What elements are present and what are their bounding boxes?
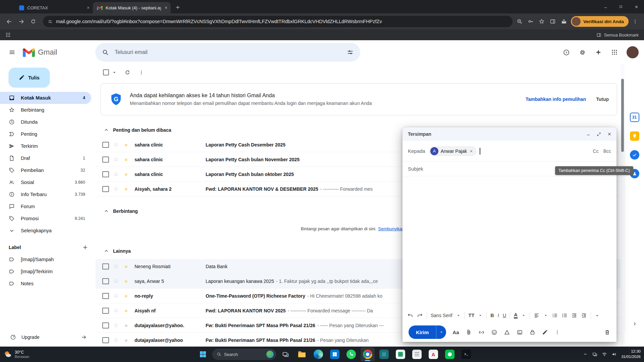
volume-icon[interactable] xyxy=(611,352,617,357)
size-caret-icon[interactable] xyxy=(478,313,483,318)
row-checkbox[interactable] xyxy=(102,186,109,192)
recipients-field[interactable]: Kepada A Anwar Pajak Cc Bcc xyxy=(402,141,616,162)
account-avatar[interactable] xyxy=(627,46,639,58)
row-star-icon[interactable]: ☆ xyxy=(112,185,120,192)
sidebar-label-notes[interactable]: Notes xyxy=(0,278,91,290)
row-star-icon[interactable]: ☆ xyxy=(112,171,120,178)
cc-link[interactable]: Cc xyxy=(593,148,599,154)
spreadsheet-app-icon[interactable] xyxy=(393,347,408,361)
upgrade-button[interactable]: Upgrade xyxy=(0,331,96,343)
terminal-icon[interactable]: >_ xyxy=(459,347,473,361)
gemini-sparkle-icon[interactable] xyxy=(591,45,606,60)
importance-marker-icon[interactable]: » xyxy=(122,171,130,177)
media-app-icon[interactable] xyxy=(377,347,391,361)
tab-coretax[interactable]: CORETAX xyxy=(15,2,93,13)
formatting-options-button[interactable]: Aa xyxy=(452,329,459,335)
acrobat-icon[interactable]: A xyxy=(426,347,440,361)
row-star-icon[interactable]: ☆ xyxy=(112,278,120,285)
compose-button[interactable]: Tulis xyxy=(9,68,50,87)
tasks-icon[interactable] xyxy=(630,150,639,160)
help-icon[interactable] xyxy=(559,45,574,60)
scrollbar-thumb[interactable] xyxy=(621,79,624,152)
row-star-icon[interactable]: ☆ xyxy=(112,322,120,329)
sidebar-item-forums[interactable]: Forum xyxy=(0,200,91,213)
undo-icon[interactable] xyxy=(407,312,413,318)
compose-header[interactable]: Tersimpan xyxy=(402,127,616,141)
apps-grid-icon[interactable] xyxy=(5,32,11,38)
tray-monitor-icon[interactable] xyxy=(592,352,597,357)
main-menu-icon[interactable] xyxy=(4,44,20,60)
send-button[interactable]: Kirim xyxy=(409,325,436,339)
bulleted-list-button[interactable] xyxy=(561,312,568,318)
collapse-chevron-icon[interactable] xyxy=(104,127,109,133)
search-input[interactable]: Telusuri email xyxy=(113,49,343,55)
panel-collapse-chevron-icon[interactable] xyxy=(632,321,637,326)
importance-marker-icon[interactable]: » xyxy=(122,142,130,148)
sidebar-item-promotions[interactable]: Promosi 9.241 xyxy=(0,213,91,225)
window-maximize-button[interactable] xyxy=(613,0,629,13)
importance-marker-icon[interactable]: » xyxy=(122,308,130,314)
more-formatting-icon[interactable] xyxy=(595,313,600,318)
tray-chevron-up-icon[interactable] xyxy=(583,352,588,357)
row-checkbox[interactable] xyxy=(102,142,109,148)
insert-link-icon[interactable] xyxy=(478,329,485,336)
insert-emoji-icon[interactable] xyxy=(491,329,497,336)
bcc-link[interactable]: Bcc xyxy=(603,148,611,154)
chrome-icon[interactable] xyxy=(361,347,375,361)
importance-marker-icon[interactable]: » xyxy=(122,293,130,299)
green-app-icon[interactable] xyxy=(443,347,457,361)
store-icon[interactable] xyxy=(328,347,342,361)
font-caret-icon[interactable] xyxy=(456,313,461,318)
align-caret-icon[interactable] xyxy=(543,313,548,318)
row-star-icon[interactable]: ☆ xyxy=(112,307,120,314)
file-explorer-icon[interactable] xyxy=(295,347,309,361)
sidebar-label-imap-terkirim[interactable]: [Imap]/Terkirim xyxy=(0,265,91,278)
importance-marker-icon[interactable]: » xyxy=(122,263,130,269)
tab-close-icon[interactable] xyxy=(164,6,168,10)
bookmark-star-icon[interactable] xyxy=(539,18,545,24)
compose-close-icon[interactable] xyxy=(607,132,612,136)
sidebar-item-social[interactable]: Sosial 3.660 xyxy=(0,176,91,188)
calendar-icon[interactable]: 31 xyxy=(630,113,639,122)
attach-file-icon[interactable] xyxy=(466,329,472,336)
row-checkbox[interactable] xyxy=(102,171,109,177)
discard-draft-icon[interactable] xyxy=(604,329,610,336)
select-caret-icon[interactable] xyxy=(112,70,117,75)
window-minimize-button[interactable] xyxy=(598,0,613,13)
hide-section-link[interactable]: Sembunyikan xyxy=(378,226,405,231)
sidebar-item-sent[interactable]: Terkirim xyxy=(0,140,91,152)
row-star-icon[interactable]: ☆ xyxy=(112,141,120,148)
row-checkbox[interactable] xyxy=(102,322,109,328)
zoom-icon[interactable] xyxy=(517,18,523,24)
all-bookmarks[interactable]: Semua Bookmark xyxy=(596,33,639,38)
redo-icon[interactable] xyxy=(417,312,423,318)
collapse-chevron-icon[interactable] xyxy=(104,208,109,214)
google-apps-grid-icon[interactable] xyxy=(607,45,622,60)
more-options-icon[interactable] xyxy=(139,70,144,75)
sidebar-item-inbox[interactable]: Kotak Masuk 4 xyxy=(0,92,91,104)
keep-icon[interactable] xyxy=(630,131,639,141)
search-filter-icon[interactable] xyxy=(343,45,358,60)
edge-icon[interactable] xyxy=(311,347,325,361)
sidebar-item-drafts[interactable]: Draf 1 xyxy=(0,152,91,164)
side-panel-icon[interactable] xyxy=(550,18,556,24)
new-tab-button[interactable] xyxy=(173,2,183,12)
back-button[interactable] xyxy=(3,16,15,27)
search-icon[interactable] xyxy=(98,45,113,60)
create-label-icon[interactable] xyxy=(82,244,88,250)
verify-profile-chip[interactable]: Verifikasi diri Anda xyxy=(571,16,629,27)
importance-marker-icon[interactable]: » xyxy=(122,322,130,328)
sidebar-label-imap-sampah[interactable]: [Imap]/Sampah xyxy=(0,253,91,265)
insert-photo-icon[interactable] xyxy=(517,329,523,336)
underline-button[interactable]: U xyxy=(503,313,506,318)
importance-marker-icon[interactable]: » xyxy=(122,186,130,192)
send-options-caret-icon[interactable] xyxy=(436,325,446,339)
settings-gear-icon[interactable] xyxy=(575,45,590,60)
importance-marker-icon[interactable]: » xyxy=(122,337,130,343)
select-all-checkbox[interactable] xyxy=(103,69,109,75)
whatsapp-icon[interactable] xyxy=(344,347,358,361)
notepad-icon[interactable] xyxy=(410,347,424,361)
remove-recipient-icon[interactable] xyxy=(469,149,473,153)
site-info-icon[interactable] xyxy=(48,19,53,24)
browser-menu-icon[interactable] xyxy=(629,16,641,27)
